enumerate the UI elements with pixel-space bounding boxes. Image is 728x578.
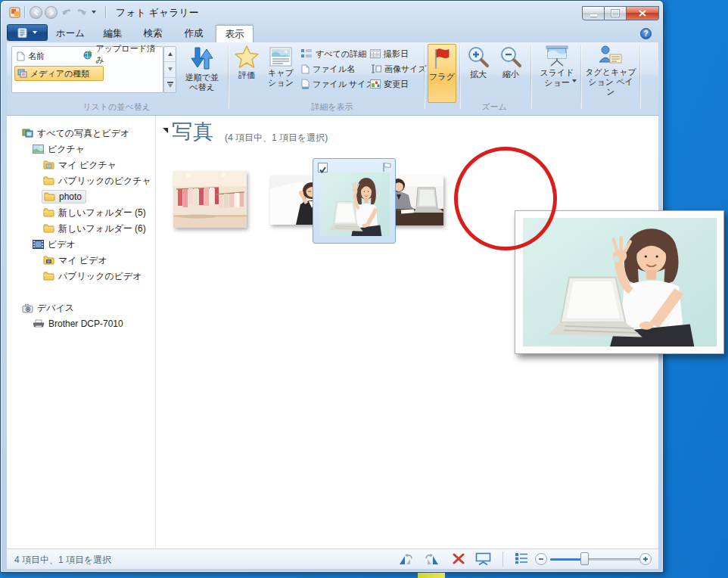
sidebar-item-brother-dcp7010[interactable]: Brother DCP-7010 [33, 316, 123, 331]
details-group-label: 詳細を表示 [257, 101, 408, 113]
caption-icon [269, 47, 292, 67]
tab-find[interactable]: 検索 [135, 25, 170, 42]
zoom-out-minus-button[interactable] [535, 553, 547, 565]
statusbar-separator [502, 552, 503, 567]
thumbnail-clothing-store-photo[interactable] [173, 171, 247, 228]
detail-file-size-option[interactable]: ファイル サイズ [301, 76, 375, 92]
forward-button[interactable] [45, 6, 58, 19]
tag-caption-pane-button[interactable]: タグとキャプション ペイン [583, 45, 638, 101]
close-button[interactable] [627, 6, 659, 20]
section-title: 写真 [172, 118, 214, 145]
help-icon[interactable]: ? [640, 28, 652, 39]
detail-all-details-option[interactable]: すべての詳細 [301, 46, 366, 61]
zoom-slider-handle[interactable] [580, 552, 589, 565]
detail-date-modified-option[interactable]: 変更日 [370, 76, 409, 92]
flag-outline-icon[interactable] [382, 162, 391, 172]
delete-icon [453, 553, 465, 564]
status-bar: 4 項目中、1 項目を選択 [7, 548, 658, 569]
restore-button[interactable] [605, 6, 627, 20]
app-menu-caret-icon [33, 31, 37, 34]
date-taken-icon [370, 49, 381, 58]
sidebar-item-my-pictures[interactable]: マイ ピクチャ [43, 157, 117, 172]
reverse-sort-button[interactable]: 逆順で並べ替え [181, 45, 223, 101]
file-name-icon [301, 64, 310, 74]
restore-icon [611, 10, 619, 17]
tab-home[interactable]: ホーム [51, 25, 90, 42]
thumbnail-selection-box[interactable] [313, 158, 396, 244]
pictures-icon [33, 144, 44, 154]
rotate-right-button[interactable] [424, 552, 440, 566]
ribbon-divider [639, 45, 640, 109]
titlebar-separator [24, 6, 25, 18]
name-doc-icon [17, 51, 25, 61]
thumbnail-woman-ok-gesture-photo[interactable] [320, 172, 390, 236]
caption-buttons [582, 6, 659, 20]
sidebar-item-videos[interactable]: ビデオ [33, 237, 76, 252]
slideshow-screen-icon [475, 552, 491, 565]
minimize-button[interactable] [582, 6, 605, 20]
gallery-scroll-down-button[interactable] [164, 62, 176, 77]
reverse-sort-icon [191, 46, 213, 70]
forward-icon [48, 10, 54, 16]
thumbnail-checkbox[interactable] [318, 163, 328, 172]
detail-file-name-option[interactable]: ファイル名 [301, 61, 355, 76]
ribbon-divider [530, 45, 531, 109]
sort-by-media-type-option[interactable]: メディアの種類 [14, 66, 104, 81]
sort-by-uploaded-option[interactable]: アップロード済み [81, 47, 163, 62]
sidebar-item-my-videos[interactable]: マイ ビデオ [43, 253, 107, 268]
delete-button[interactable] [453, 553, 465, 564]
slideshow-button[interactable]: スライドショー [535, 45, 579, 101]
sidebar-item-photo[interactable]: photo [43, 189, 86, 204]
redo-icon[interactable] [75, 8, 87, 17]
ribbon-divider [228, 45, 229, 109]
app-menu-button[interactable] [7, 24, 48, 41]
sidebar-item-devices[interactable]: デバイス [22, 300, 74, 315]
undo-icon[interactable] [61, 8, 73, 17]
flag-icon [433, 48, 451, 70]
zoom-in-plus-button[interactable] [639, 553, 652, 565]
detail-date-taken-option[interactable]: 撮影日 [370, 46, 409, 61]
folder-icon [43, 208, 54, 217]
down-triangle-icon [168, 67, 173, 71]
zoom-out-button[interactable]: 縮小 [496, 45, 526, 101]
sidebar-item-new-folder-6[interactable]: 新しいフォルダー (6) [43, 221, 146, 236]
tab-create[interactable]: 作成 [176, 25, 211, 42]
rotate-left-button[interactable] [397, 552, 414, 566]
close-icon [639, 10, 646, 17]
back-button[interactable] [30, 6, 42, 19]
gallery-scroll-up-button[interactable] [164, 47, 176, 62]
rotate-right-icon [424, 552, 440, 566]
view-toggle-button[interactable] [515, 552, 528, 564]
flag-button[interactable]: フラグ [428, 44, 456, 103]
up-triangle-icon [168, 52, 173, 56]
zoom-in-button[interactable]: 拡大 [462, 45, 494, 101]
printer-icon [33, 319, 45, 328]
sort-gallery-scrollbar [163, 46, 176, 93]
desktop-taskbar-sliver [418, 573, 445, 578]
gallery-more-button[interactable] [164, 78, 176, 92]
section-selection-info: (4 項目中、1 項目を選択) [225, 132, 328, 144]
tab-view[interactable]: 表示 [216, 25, 254, 43]
folder-video-icon [43, 256, 54, 265]
tab-edit[interactable]: 編集 [96, 25, 129, 42]
caption-button[interactable]: キャプション [263, 45, 298, 101]
back-icon [33, 10, 39, 16]
quick-access-dropdown-icon[interactable] [92, 11, 96, 14]
titlebar-separator [105, 6, 106, 18]
rating-button[interactable]: 評価 [232, 45, 262, 101]
slideshow-quick-button[interactable] [475, 552, 491, 565]
title-bar[interactable]: フォト ギャラリー [1, 1, 663, 23]
detail-image-size-option[interactable]: 画像サイズ [370, 61, 427, 76]
enlarged-preview-popup [515, 210, 724, 354]
sidebar-item-new-folder-5[interactable]: 新しいフォルダー (5) [43, 205, 146, 220]
file-size-icon [301, 79, 310, 89]
sidebar-item-all-photos[interactable]: すべての写真とビデオ [22, 126, 129, 141]
sidebar-item-public-videos[interactable]: パブリックのビデオ [43, 269, 142, 284]
sort-by-name-option[interactable]: 名前 [14, 48, 81, 64]
zoom-group-label: ズーム [461, 101, 527, 113]
expand-triangle-icon [163, 128, 168, 133]
menu-list-icon [17, 28, 28, 38]
selected-folder-highlight: photo [42, 190, 86, 204]
sidebar-item-pictures[interactable]: ピクチャ [33, 141, 85, 157]
sidebar-item-public-pictures[interactable]: パブリックのピクチャ [43, 173, 151, 188]
